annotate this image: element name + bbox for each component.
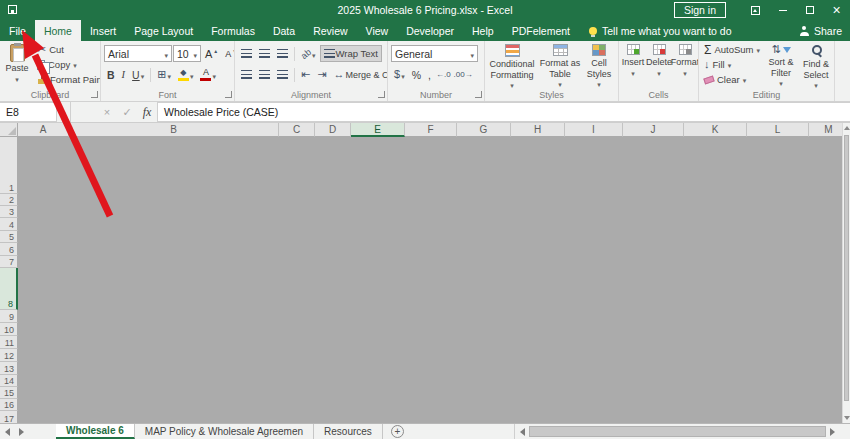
scroll-up-button[interactable] (843, 126, 850, 130)
restore-button[interactable] (796, 0, 823, 20)
middle-align-button[interactable] (256, 45, 273, 62)
italic-button[interactable]: I (119, 66, 129, 83)
ribbon-tab-help[interactable]: Help (463, 20, 503, 41)
row-header-11[interactable]: 11 (0, 336, 18, 349)
number-format-select[interactable]: General (391, 45, 478, 62)
column-header-G[interactable]: G (457, 123, 511, 137)
format-as-table-button[interactable]: Format as Table (538, 42, 582, 90)
align-left-button[interactable] (238, 66, 255, 83)
number-dialog-launcher[interactable] (475, 91, 482, 98)
ribbon-tab-pdfelement[interactable]: PDFelement (503, 20, 579, 41)
column-header-D[interactable]: D (315, 123, 351, 137)
sheet-tab-resources[interactable]: Resources (314, 424, 383, 439)
insert-cells-button[interactable]: Insert (620, 42, 646, 78)
ribbon-tab-data[interactable]: Data (264, 20, 304, 41)
column-header-B[interactable]: B (69, 123, 279, 137)
alignment-dialog-launcher[interactable] (378, 91, 385, 98)
clear-button[interactable]: Clear (702, 72, 763, 87)
delete-cells-button[interactable]: Delete (646, 42, 672, 78)
name-box[interactable]: E8 (0, 102, 57, 122)
comma-style-button[interactable]: , (425, 66, 434, 83)
ribbon-tab-developer[interactable]: Developer (397, 20, 463, 41)
percent-style-button[interactable]: % (409, 66, 424, 83)
row-header-5[interactable]: 5 (0, 231, 18, 243)
clipboard-dialog-launcher[interactable] (91, 91, 98, 98)
sheet-tab-wholesale-6[interactable]: Wholesale 6 (56, 424, 135, 439)
horizontal-scrollbar[interactable] (514, 424, 850, 439)
increase-indent-button[interactable]: ⇥ (314, 66, 329, 83)
scroll-down-button[interactable] (843, 416, 850, 420)
font-dialog-launcher[interactable] (225, 91, 232, 98)
conditional-formatting-button[interactable]: Conditional Formatting (486, 42, 538, 91)
fill-button[interactable]: ↓ Fill (702, 57, 763, 72)
row-header-8[interactable]: 8 (0, 268, 18, 310)
row-header-12[interactable]: 12 (0, 349, 18, 362)
row-header-2[interactable]: 2 (0, 194, 18, 206)
paste-button[interactable]: Paste (1, 42, 33, 84)
autosum-button[interactable]: Σ AutoSum (702, 42, 763, 57)
column-header-K[interactable]: K (684, 123, 747, 137)
row-header-7[interactable]: 7 (0, 256, 18, 268)
sheet-nav-left-button[interactable] (0, 424, 14, 439)
column-header-A[interactable]: A (18, 123, 69, 137)
save-icon[interactable] (8, 5, 17, 14)
copy-button[interactable]: Copy (35, 57, 101, 72)
increase-font-size-button[interactable]: A (202, 45, 221, 62)
column-header-I[interactable]: I (565, 123, 623, 137)
ribbon-tab-formulas[interactable]: Formulas (202, 20, 264, 41)
sheet-nav-right-button[interactable] (14, 424, 28, 439)
vertical-scrollbar[interactable] (842, 123, 850, 423)
format-cells-button[interactable]: Format (672, 42, 698, 78)
fill-color-button[interactable]: ◆ (175, 66, 197, 83)
ribbon-tab-file[interactable]: File (0, 20, 35, 41)
decrease-font-size-button[interactable]: A (222, 45, 235, 62)
select-all-button[interactable] (0, 123, 18, 137)
font-color-button[interactable]: A (197, 66, 219, 83)
column-header-L[interactable]: L (747, 123, 809, 137)
format-painter-button[interactable]: Format Painter (35, 72, 101, 87)
column-header-E[interactable]: E (351, 123, 405, 137)
row-header-1[interactable]: 1 (0, 137, 18, 194)
ribbon-tab-home[interactable]: Home (35, 20, 81, 41)
sort-filter-button[interactable]: ⇅ Sort & Filter (763, 42, 799, 89)
cancel-icon[interactable] (97, 102, 117, 122)
row-header-15[interactable]: 15 (0, 387, 18, 399)
ribbon-tab-insert[interactable]: Insert (81, 20, 125, 41)
find-select-button[interactable]: Find & Select (799, 42, 833, 91)
align-right-button[interactable] (274, 66, 291, 83)
enter-icon[interactable] (117, 102, 137, 122)
row-header-13[interactable]: 13 (0, 362, 18, 375)
column-header-F[interactable]: F (405, 123, 457, 137)
row-header-6[interactable]: 6 (0, 243, 18, 256)
row-header-17[interactable]: 17 (0, 411, 18, 423)
sign-in-button[interactable]: Sign in (674, 2, 726, 18)
underline-button[interactable]: U (129, 66, 147, 83)
tell-me-box[interactable]: Tell me what you want to do (589, 20, 732, 41)
font-family-select[interactable]: Arial (104, 45, 172, 62)
column-header-J[interactable]: J (623, 123, 684, 137)
scroll-right-button[interactable] (826, 424, 839, 439)
row-header-14[interactable]: 14 (0, 375, 18, 387)
insert-function-button[interactable]: fx (137, 102, 157, 122)
row-header-9[interactable]: 9 (0, 310, 18, 323)
decrease-decimal-button[interactable]: .00→ (453, 66, 474, 83)
close-button[interactable] (823, 0, 850, 20)
column-header-H[interactable]: H (511, 123, 565, 137)
top-align-button[interactable] (238, 45, 255, 62)
new-sheet-button[interactable] (391, 425, 404, 438)
ribbon-tab-review[interactable]: Review (304, 20, 356, 41)
row-header-4[interactable]: 4 (0, 218, 18, 231)
vertical-scroll-thumb[interactable] (844, 135, 849, 401)
minimize-button[interactable] (769, 0, 796, 20)
cut-button[interactable]: ✂ Cut (35, 42, 101, 57)
row-header-3[interactable]: 3 (0, 206, 18, 218)
font-size-select[interactable]: 10 (173, 45, 201, 62)
bold-button[interactable]: B (104, 66, 118, 83)
column-header-M[interactable]: M (809, 123, 842, 137)
borders-button[interactable]: ⊞ (154, 66, 174, 83)
scroll-left-button[interactable] (516, 424, 529, 439)
column-header-C[interactable]: C (279, 123, 315, 137)
bottom-align-button[interactable] (274, 45, 291, 62)
row-header-16[interactable]: 16 (0, 399, 18, 411)
cell-styles-button[interactable]: Cell Styles (582, 42, 616, 90)
